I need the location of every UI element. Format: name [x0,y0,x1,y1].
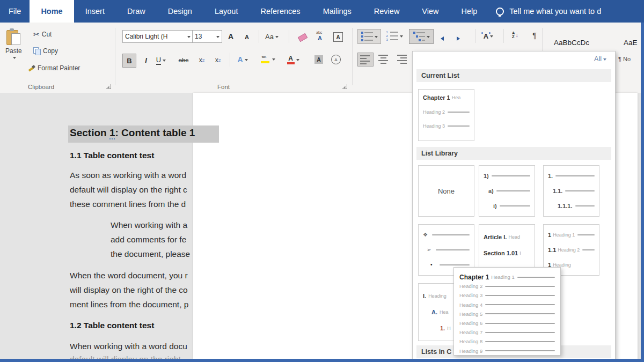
doc-paragraph-line[interactable]: default will display on the right c [70,185,187,195]
align-right-button[interactable] [394,53,409,65]
tab-design[interactable]: Design [157,0,203,23]
sort-button[interactable]: AZ ↓ [509,28,522,41]
gallery-item-numbered-paren[interactable]: 1) a) i) [479,165,535,217]
align-left-button[interactable] [357,53,374,67]
copy-button[interactable]: Copy [33,47,58,55]
tab-file[interactable]: File [0,0,30,23]
tab-draw[interactable]: Draw [116,0,157,23]
chevron-down-icon [187,36,191,40]
numbering-button[interactable]: 1 2 3 [383,29,406,43]
style-chip-1[interactable]: AaBbCcDc [554,39,589,47]
clipboard-group-label: Clipboard [28,84,54,90]
highlighter-icon: ✎ [261,54,270,64]
text-effects-button[interactable]: A [236,53,249,66]
clear-formatting-button[interactable] [296,31,309,44]
tab-review[interactable]: Review [363,0,411,23]
change-case-button[interactable]: Aa [265,30,279,43]
strikethrough-icon: abc [179,57,189,63]
format-painter-icon [28,64,35,72]
copy-icon [33,47,41,55]
superscript-button[interactable]: x2 [211,54,224,67]
bold-button[interactable]: B [122,54,136,68]
phonetic-guide-icon: abc A [316,32,326,40]
font-size-combobox[interactable]: 13 [192,30,222,43]
underline-button[interactable]: U [155,54,167,67]
group-divider [115,28,115,85]
tab-references[interactable]: References [249,0,311,23]
cut-button[interactable]: ✂ Cut [33,30,52,39]
decrease-indent-button[interactable] [439,29,452,42]
asian-layout-button[interactable]: A [482,29,495,42]
character-border-button[interactable]: A [332,31,345,43]
multilevel-list-button[interactable] [409,29,434,44]
font-dialog-launcher-icon[interactable] [342,84,347,89]
tab-home[interactable]: Home [30,0,74,23]
tab-view[interactable]: View [411,0,450,23]
strikethrough-button[interactable]: abc [177,54,190,67]
current-list-section-header: Current List [416,69,611,82]
tab-mailings[interactable]: Mailings [312,0,363,23]
tab-insert[interactable]: Insert [74,0,116,23]
chevron-down-icon [400,35,403,39]
tell-me-label: Tell me what you want to d [509,7,601,16]
clipboard-dialog-launcher-icon[interactable] [106,84,111,89]
style-chip-2[interactable]: AaE [624,39,638,47]
ribbon-tab-bar: File Home Insert Draw Design Layout Refe… [0,0,644,23]
list-filter-dropdown[interactable]: All [594,55,606,63]
underline-icon: U [156,56,161,65]
paste-button[interactable]: Paste [5,29,22,60]
phonetic-guide-button[interactable]: abc A [314,29,327,42]
numbering-icon: 1 2 3 [386,31,398,41]
group-divider [352,28,353,85]
lightbulb-icon [496,8,504,16]
doc-paragraph-line[interactable]: When the word document, you r [70,271,188,280]
doc-heading-1-2[interactable]: 1.2 Table content test [70,321,154,330]
gallery-item-none[interactable]: None [418,165,474,217]
tab-help[interactable]: Help [450,0,489,23]
doc-paragraph-line[interactable]: When working with a [111,220,187,230]
doc-paragraph-line[interactable]: add comments for fe [111,235,186,245]
grow-font-icon: A [228,32,233,41]
show-formatting-button[interactable]: ¶ [528,29,541,42]
gallery-item-numbered-decimal[interactable]: 1. 1.1. 1.1.1. [543,165,599,217]
decrease-indent-icon [440,34,451,38]
doc-paragraph-line[interactable]: ment lines from the document, p [70,300,188,309]
eraser-icon [298,33,308,42]
align-left-icon [360,55,371,64]
font-color-button[interactable]: A [287,53,299,66]
chevron-down-icon [163,60,166,63]
doc-paragraph-line[interactable]: these comment lines from the d [70,200,186,209]
tell-me-box[interactable]: Tell me what you want to d [488,0,601,23]
grow-font-button[interactable]: A [224,30,237,43]
format-painter-button[interactable]: Format Painter [28,64,80,72]
bullets-icon [361,32,373,41]
doc-paragraph-line[interactable]: the document, please [111,249,190,259]
shrink-font-button[interactable]: A [240,31,253,43]
align-center-icon [378,55,389,64]
doc-paragraph-line[interactable]: When working with a word docu [70,342,187,351]
font-group-label: Font [217,84,230,90]
pilcrow-icon: ¶ [532,31,537,40]
window-border-right [641,23,644,362]
paste-icon [6,29,20,46]
enclose-characters-button[interactable]: A [330,53,342,66]
spellcheck-underline: 1 [109,127,115,139]
align-center-button[interactable] [376,53,391,65]
font-name-combobox[interactable]: Calibri Light (H [122,30,193,43]
increase-indent-button[interactable] [456,29,469,42]
character-shading-button[interactable]: A [312,53,325,66]
doc-paragraph-line[interactable]: As soon as working with a word [70,171,186,180]
doc-heading-1[interactable]: Section 1: Content table 1 [70,127,195,139]
list-style-preview-popup: Chapter 1 Heading 1 Heading 2 Heading 3 … [453,267,561,356]
doc-heading-1-1[interactable]: 1.1 Table content test [70,151,154,160]
text-highlight-button[interactable]: ✎ [261,53,275,65]
doc-paragraph-line[interactable]: will display on the right of the co [70,285,188,295]
bullets-button[interactable] [357,29,381,44]
font-color-icon: A [287,55,295,64]
chevron-down-icon [13,57,16,61]
subscript-button[interactable]: x2 [195,54,208,67]
gallery-item-current-list[interactable]: Chapter 1Hea Heading 2 Heading 3 [418,89,474,141]
shrink-font-icon: A [245,34,249,40]
tab-layout[interactable]: Layout [203,0,250,23]
italic-button[interactable]: I [140,54,152,67]
